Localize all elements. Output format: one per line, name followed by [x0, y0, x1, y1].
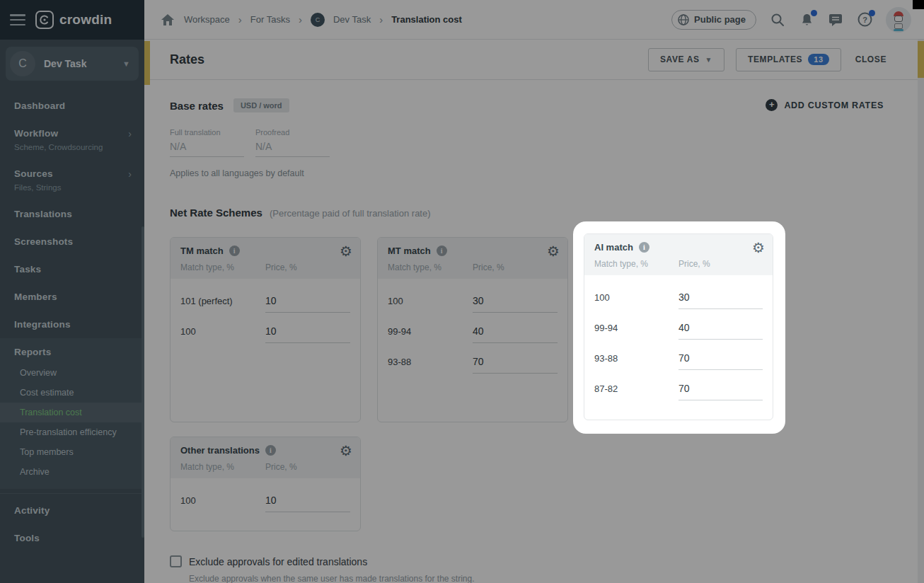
- rate-row: 100 30: [594, 282, 763, 313]
- match-type-column-header: Match type, %: [594, 259, 678, 269]
- ai-match-spotlight: AI match i Match type, % Price, % ⚙ 100 …: [573, 221, 785, 434]
- price-input[interactable]: 40: [678, 322, 763, 340]
- price-input[interactable]: 70: [678, 352, 763, 370]
- rate-row: 93-88 70: [594, 343, 763, 374]
- price-input[interactable]: 70: [678, 383, 763, 400]
- price-input[interactable]: 30: [678, 292, 763, 309]
- rate-row: 99-94 40: [594, 313, 763, 343]
- gear-icon[interactable]: ⚙: [752, 241, 765, 255]
- screen-corner-artifact: [913, 0, 924, 9]
- price-column-header: Price, %: [678, 259, 763, 269]
- dim-overlay: [0, 0, 924, 583]
- ai-match-card: AI match i Match type, % Price, % ⚙ 100 …: [584, 233, 773, 420]
- info-icon[interactable]: i: [639, 242, 649, 253]
- ai-match-title: AI match: [594, 242, 633, 253]
- rate-row: 87-82 70: [594, 374, 763, 404]
